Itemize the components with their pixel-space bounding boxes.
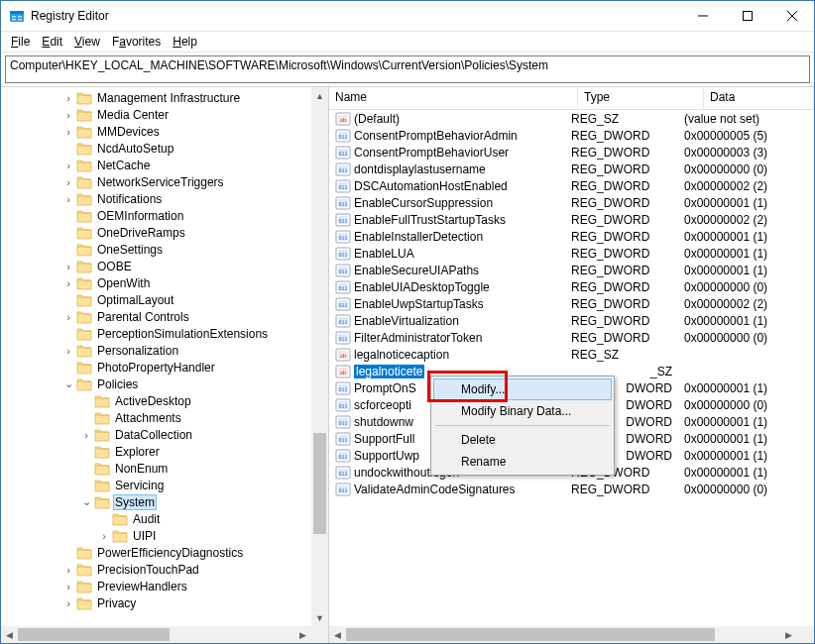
close-button[interactable]	[769, 2, 814, 31]
value-data: 0x00000002 (2)	[678, 213, 814, 227]
tree-item[interactable]: ›ActiveDesktop	[1, 392, 328, 409]
tree-item[interactable]: ⌄System	[1, 493, 328, 510]
folder-icon	[112, 512, 128, 526]
context-modify-binary[interactable]: Modify Binary Data...	[433, 400, 612, 422]
menu-edit[interactable]: Edit	[36, 33, 68, 51]
value-row[interactable]: EnableCursorSuppressionREG_DWORD0x000000…	[329, 194, 814, 211]
context-rename[interactable]: Rename	[433, 451, 612, 473]
tree-item[interactable]: ›UIPI	[1, 527, 328, 544]
tree-item[interactable]: ›PrecisionTouchPad	[1, 561, 328, 578]
chevron-right-icon[interactable]: ›	[60, 564, 76, 576]
scroll-down-icon[interactable]: ▼	[311, 609, 328, 626]
tree-item[interactable]: ›Audit	[1, 510, 328, 527]
chevron-right-icon[interactable]: ›	[60, 193, 76, 205]
value-row[interactable]: ValidateAdminCodeSignaturesREG_DWORD0x00…	[329, 481, 814, 497]
tree-item[interactable]: ›DataCollection	[1, 426, 328, 443]
menu-file[interactable]: File	[5, 33, 36, 51]
context-separator	[435, 425, 610, 426]
menu-favorites[interactable]: Favorites	[106, 33, 167, 51]
chevron-right-icon[interactable]: ›	[96, 530, 112, 542]
chevron-right-icon[interactable]: ›	[60, 345, 76, 357]
tree-item[interactable]: ›OptimalLayout	[1, 291, 328, 308]
tree-item[interactable]: ›NonEnum	[1, 460, 328, 477]
tree-item-label: Personalization	[95, 344, 180, 358]
tree-item[interactable]: ›Attachments	[1, 409, 328, 426]
tree-item[interactable]: ›OpenWith	[1, 274, 328, 291]
value-row[interactable]: EnableSecureUIAPathsREG_DWORD0x00000001 …	[329, 262, 814, 278]
context-modify[interactable]: Modify...	[433, 378, 612, 400]
tree-item[interactable]: ›NetCache	[1, 157, 328, 173]
value-row[interactable]: ConsentPromptBehaviorAdminREG_DWORD0x000…	[329, 127, 814, 144]
chevron-down-icon[interactable]: ⌄	[78, 495, 94, 508]
value-type: REG_DWORD	[565, 264, 678, 277]
chevron-right-icon[interactable]: ›	[60, 277, 76, 289]
chevron-right-icon[interactable]: ›	[60, 126, 76, 138]
folder-icon	[94, 411, 110, 425]
chevron-right-icon[interactable]: ›	[60, 176, 76, 188]
tree-item[interactable]: ›PowerEfficiencyDiagnostics	[1, 544, 328, 561]
maximize-button[interactable]	[725, 2, 769, 31]
minimize-button[interactable]	[680, 2, 725, 31]
tree-item[interactable]: ›NetworkServiceTriggers	[1, 173, 328, 190]
tree-item[interactable]: ›PerceptionSimulationExtensions	[1, 325, 328, 342]
tree-item[interactable]: ⌄Policies	[1, 376, 328, 392]
tree-item[interactable]: ›Parental Controls	[1, 308, 328, 325]
scroll-left-icon[interactable]: ◀	[329, 626, 346, 643]
value-row[interactable]: DSCAutomationHostEnabledREG_DWORD0x00000…	[329, 177, 814, 194]
tree-item[interactable]: ›Notifications	[1, 190, 328, 207]
chevron-down-icon[interactable]: ⌄	[60, 377, 76, 390]
tree-item-label: PhotoPropertyHandler	[95, 361, 217, 375]
folder-icon	[76, 91, 92, 105]
tree-item[interactable]: ›Management Infrastructure	[1, 89, 328, 106]
tree-item[interactable]: ›Servicing	[1, 477, 328, 493]
tree-item[interactable]: ›OneDriveRamps	[1, 224, 328, 241]
value-row[interactable]: EnableLUAREG_DWORD0x00000001 (1)	[329, 245, 814, 262]
value-row[interactable]: EnableUwpStartupTasksREG_DWORD0x00000002…	[329, 295, 814, 312]
menu-view[interactable]: View	[68, 33, 106, 51]
value-row[interactable]: EnableVirtualizationREG_DWORD0x00000001 …	[329, 312, 814, 329]
address-bar[interactable]: Computer\HKEY_LOCAL_MACHINE\SOFTWARE\Mic…	[5, 55, 810, 83]
scroll-right-icon[interactable]: ▶	[780, 626, 797, 643]
tree-item[interactable]: ›PreviewHandlers	[1, 578, 328, 594]
column-name[interactable]: Name	[329, 87, 578, 109]
context-delete[interactable]: Delete	[433, 429, 612, 451]
column-data[interactable]: Data	[704, 87, 814, 109]
chevron-right-icon[interactable]: ›	[60, 92, 76, 104]
value-row[interactable]: legalnoticecaptionREG_SZ	[329, 346, 814, 363]
tree-item[interactable]: ›Media Center	[1, 106, 328, 123]
chevron-right-icon[interactable]: ›	[60, 261, 76, 272]
value-row[interactable]: dontdisplaylastusernameREG_DWORD0x000000…	[329, 161, 814, 177]
value-name: SupportFull	[354, 432, 414, 446]
tree-item[interactable]: ›MMDevices	[1, 123, 328, 140]
tree-item[interactable]: ›NcdAutoSetup	[1, 140, 328, 157]
chevron-right-icon[interactable]: ›	[60, 160, 76, 171]
scroll-right-icon[interactable]: ▶	[294, 626, 311, 643]
chevron-right-icon[interactable]: ›	[60, 109, 76, 121]
value-row[interactable]: EnableInstallerDetectionREG_DWORD0x00000…	[329, 228, 814, 245]
scroll-up-icon[interactable]: ▲	[311, 87, 328, 104]
registry-editor-window: Registry Editor File Edit View Favorites…	[0, 0, 815, 644]
chevron-right-icon[interactable]: ›	[78, 429, 94, 441]
scroll-left-icon[interactable]: ◀	[1, 626, 18, 643]
chevron-right-icon[interactable]: ›	[60, 597, 76, 609]
value-row[interactable]: FilterAdministratorTokenREG_DWORD0x00000…	[329, 329, 814, 346]
tree-item[interactable]: ›PhotoPropertyHandler	[1, 359, 328, 376]
list-horizontal-scrollbar[interactable]: ◀ ▶	[329, 626, 797, 643]
value-row[interactable]: EnableFullTrustStartupTasksREG_DWORD0x00…	[329, 211, 814, 228]
tree-vertical-scrollbar[interactable]: ▲ ▼	[311, 87, 328, 626]
tree-item-label: Explorer	[113, 445, 162, 459]
column-type[interactable]: Type	[578, 87, 704, 109]
tree-item[interactable]: ›Personalization	[1, 342, 328, 359]
value-row[interactable]: EnableUIADesktopToggleREG_DWORD0x0000000…	[329, 278, 814, 295]
tree-horizontal-scrollbar[interactable]: ◀ ▶	[1, 626, 311, 643]
chevron-right-icon[interactable]: ›	[60, 311, 76, 323]
menu-help[interactable]: Help	[167, 33, 203, 51]
value-row[interactable]: (Default)REG_SZ(value not set)	[329, 110, 814, 127]
tree-item[interactable]: ›Privacy	[1, 594, 328, 611]
value-row[interactable]: ConsentPromptBehaviorUserREG_DWORD0x0000…	[329, 144, 814, 161]
chevron-right-icon[interactable]: ›	[60, 581, 76, 592]
tree-item[interactable]: ›OOBE	[1, 258, 328, 274]
tree-item[interactable]: ›OneSettings	[1, 241, 328, 258]
tree-item[interactable]: ›OEMInformation	[1, 207, 328, 224]
tree-item[interactable]: ›Explorer	[1, 443, 328, 460]
